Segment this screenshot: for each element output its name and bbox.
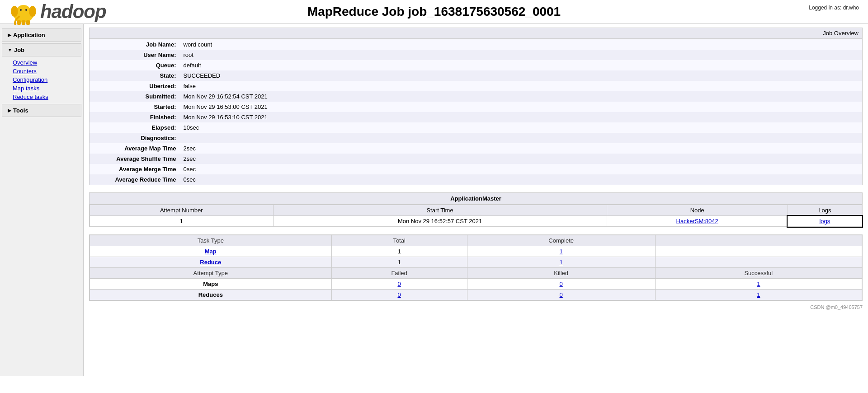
job-overview-value: 0sec [180, 174, 863, 185]
user-info: Logged in as: dr.who [809, 5, 859, 11]
attempt-killed-link[interactable]: 0 [560, 281, 563, 287]
sidebar-application-label: Application [13, 32, 45, 38]
task-complete-link[interactable]: 1 [560, 259, 563, 266]
task-type-link[interactable]: Reduce [200, 259, 221, 266]
logo: hadoop [9, 0, 106, 25]
job-overview-label: Average Shuffle Time [90, 154, 180, 164]
job-overview-value: 2sec [180, 154, 863, 164]
job-overview-value: default [180, 60, 863, 70]
job-overview-label: Average Merge Time [90, 164, 180, 174]
task-type[interactable]: Map [90, 246, 332, 257]
task-table: Task Type Total Complete Map11Reduce11 A… [90, 235, 862, 300]
job-overview-label: Started: [90, 102, 180, 112]
am-col-attempt: Attempt Number [90, 205, 274, 216]
sidebar-map-tasks-link[interactable]: Map tasks [13, 84, 83, 93]
sidebar-section-tools: ▶ Tools [0, 104, 83, 117]
job-overview-table: Job Name:word countUser Name:rootQueue:d… [89, 39, 863, 185]
am-logs[interactable]: logs [788, 216, 862, 227]
attempt-type: Maps [90, 279, 332, 290]
am-start-time: Mon Nov 29 16:52:57 CST 2021 [273, 216, 607, 227]
attempt-successful[interactable]: 1 [655, 290, 862, 300]
arrow-right-icon-tools: ▶ [8, 108, 11, 113]
job-overview-label: Finished: [90, 112, 180, 122]
job-overview-value: false [180, 81, 863, 91]
svg-point-3 [29, 6, 36, 17]
svg-point-5 [25, 9, 27, 11]
job-overview-value [180, 133, 863, 143]
attempt-failed[interactable]: 0 [331, 290, 467, 300]
task-type-link[interactable]: Map [205, 248, 217, 255]
attempt-successful-link[interactable]: 1 [757, 291, 760, 298]
am-col-start-time: Start Time [273, 205, 607, 216]
attempt-killed-link[interactable]: 0 [560, 291, 563, 298]
job-overview-label: Submitted: [90, 91, 180, 102]
task-col-total: Total [331, 235, 467, 246]
task-col-empty [655, 235, 862, 246]
application-master-section: ApplicationMaster Attempt Number Start T… [89, 192, 863, 227]
hadoop-logo-icon [9, 0, 38, 25]
task-empty [655, 246, 862, 257]
attempt-col-successful: Successful [655, 268, 862, 279]
attempt-killed[interactable]: 0 [467, 279, 655, 290]
sidebar-item-application[interactable]: ▶ Application [2, 28, 81, 42]
svg-point-4 [20, 9, 22, 11]
sidebar-configuration-link[interactable]: Configuration [13, 75, 83, 84]
job-overview-label: User Name: [90, 50, 180, 60]
sidebar-counters-link[interactable]: Counters [13, 67, 83, 75]
job-overview-label: Uberized: [90, 81, 180, 91]
job-overview-value: 2sec [180, 143, 863, 154]
watermark: CSDN @m0_49405757 [89, 304, 863, 310]
task-summary-section: Task Type Total Complete Map11Reduce11 A… [89, 234, 863, 301]
svg-rect-6 [17, 20, 21, 25]
job-overview-value: Mon Nov 29 16:53:10 CST 2021 [180, 112, 863, 122]
svg-rect-8 [26, 20, 30, 25]
task-complete[interactable]: 1 [467, 257, 655, 268]
am-table: Attempt Number Start Time Node Logs 1Mon… [90, 205, 862, 227]
am-node[interactable]: HackerSM:8042 [607, 216, 788, 227]
arrow-right-icon: ▶ [8, 33, 11, 37]
sidebar-reduce-tasks-link[interactable]: Reduce tasks [13, 93, 83, 101]
sidebar-overview-link[interactable]: Overview [13, 58, 83, 67]
task-complete-link[interactable]: 1 [560, 248, 563, 255]
attempt-type: Reduces [90, 290, 332, 300]
job-overview-label: Queue: [90, 60, 180, 70]
main-content: Job Overview Job Name:word countUser Nam… [84, 24, 868, 376]
job-overview-label: State: [90, 70, 180, 81]
job-overview-section: Job Overview Job Name:word countUser Nam… [89, 28, 863, 185]
job-overview-value: 0sec [180, 164, 863, 174]
job-overview-label: Average Reduce Time [90, 174, 180, 185]
am-col-node: Node [607, 205, 788, 216]
arrow-down-icon: ▼ [8, 47, 12, 52]
sidebar-item-tools[interactable]: ▶ Tools [2, 104, 81, 117]
svg-rect-7 [22, 20, 25, 25]
svg-point-1 [16, 5, 31, 18]
am-attempt-number: 1 [90, 216, 274, 227]
task-complete[interactable]: 1 [467, 246, 655, 257]
sidebar-section-job: ▼ Job Overview Counters Configuration Ma… [0, 43, 83, 102]
am-logs-link[interactable]: logs [819, 218, 830, 225]
sidebar-item-job[interactable]: ▼ Job [2, 43, 81, 56]
sidebar-tools-label: Tools [13, 107, 28, 114]
job-overview-header: Job Overview [89, 28, 863, 39]
task-type[interactable]: Reduce [90, 257, 332, 268]
sidebar-section-application: ▶ Application [0, 28, 83, 42]
am-node-link[interactable]: HackerSM:8042 [676, 218, 718, 225]
job-overview-value: 10sec [180, 122, 863, 133]
job-overview-value: Mon Nov 29 16:53:00 CST 2021 [180, 102, 863, 112]
sidebar-job-label: Job [14, 47, 24, 53]
attempt-successful-link[interactable]: 1 [757, 281, 760, 287]
attempt-failed[interactable]: 0 [331, 279, 467, 290]
job-overview-value: root [180, 50, 863, 60]
page-header: hadoop MapReduce Job job_1638175630562_0… [0, 0, 868, 24]
attempt-col-failed: Failed [331, 268, 467, 279]
attempt-killed[interactable]: 0 [467, 290, 655, 300]
attempt-failed-link[interactable]: 0 [398, 281, 401, 287]
am-section-title: ApplicationMaster [90, 193, 862, 205]
attempt-successful[interactable]: 1 [655, 279, 862, 290]
task-empty [655, 257, 862, 268]
job-overview-value: word count [180, 39, 863, 50]
job-overview-label: Average Map Time [90, 143, 180, 154]
attempt-failed-link[interactable]: 0 [398, 291, 401, 298]
task-total: 1 [331, 246, 467, 257]
page-title: MapReduce Job job_1638175630562_0001 [307, 5, 561, 19]
